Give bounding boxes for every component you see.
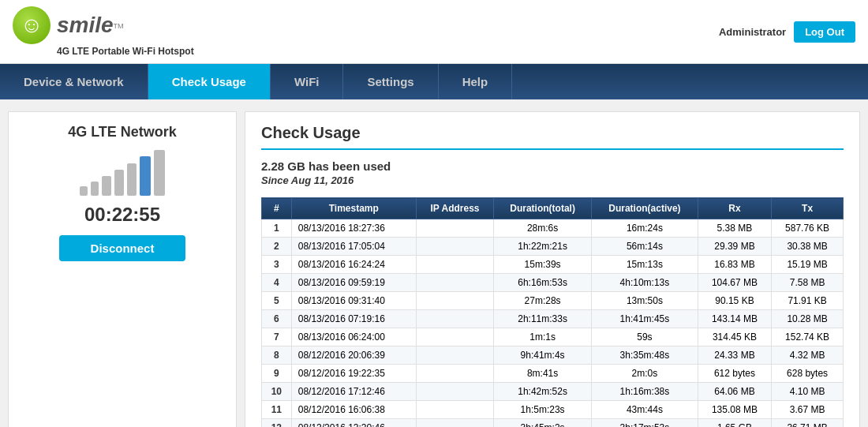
table-cell: 11 xyxy=(262,401,292,419)
table-cell: 36.71 MB xyxy=(772,419,844,428)
table-cell: 13m:50s xyxy=(592,292,698,310)
table-cell: 56m:14s xyxy=(592,238,698,256)
connection-timer: 00:22:55 xyxy=(84,204,160,226)
table-cell: 612 bytes xyxy=(698,365,771,383)
table-cell: 143.14 MB xyxy=(698,310,771,328)
table-cell: 3 xyxy=(262,256,292,274)
table-cell: 08/13/2016 18:27:36 xyxy=(291,219,416,238)
table-cell: 29.39 MB xyxy=(698,238,771,256)
col-tx: Tx xyxy=(772,198,844,219)
table-cell: 1h:16m:38s xyxy=(592,383,698,401)
usage-gb: 2.28 GB has been used xyxy=(261,159,844,173)
table-cell: 4h:10m:13s xyxy=(592,274,698,292)
table-cell: 27m:28s xyxy=(494,292,592,310)
table-cell xyxy=(416,365,493,383)
table-cell: 90.15 KB xyxy=(698,292,771,310)
table-cell: 4.32 MB xyxy=(772,346,844,365)
logo-icon xyxy=(13,6,51,44)
table-cell: 08/12/2016 19:22:35 xyxy=(291,365,416,383)
table-cell: 628 bytes xyxy=(772,365,844,383)
table-cell: 15.19 MB xyxy=(772,256,844,274)
table-cell: 8m:41s xyxy=(494,365,592,383)
table-cell: 08/13/2016 06:24:00 xyxy=(291,328,416,346)
table-row: 608/13/2016 07:19:162h:11m:33s1h:41m:45s… xyxy=(262,310,844,328)
logout-button[interactable]: Log Out xyxy=(794,21,855,43)
table-cell: 08/12/2016 20:06:39 xyxy=(291,346,416,365)
table-cell: 104.67 MB xyxy=(698,274,771,292)
bar-7 xyxy=(154,150,165,196)
col-ip: IP Address xyxy=(416,198,493,219)
usage-since: Since Aug 11, 2016 xyxy=(261,174,844,186)
admin-name: Administrator xyxy=(719,26,786,38)
table-cell: 9 xyxy=(262,365,292,383)
table-cell: 7.58 MB xyxy=(772,274,844,292)
table-cell: 135.08 MB xyxy=(698,401,771,419)
bar-1 xyxy=(80,186,88,196)
table-row: 208/13/2016 17:05:041h:22m:21s56m:14s29.… xyxy=(262,238,844,256)
table-cell: 08/13/2016 17:05:04 xyxy=(291,238,416,256)
table-cell xyxy=(416,292,493,310)
bar-5 xyxy=(127,163,137,196)
logo-tm: TM xyxy=(114,22,124,30)
table-cell: 1.65 GB xyxy=(698,419,771,428)
table-cell: 9h:41m:4s xyxy=(494,346,592,365)
table-cell: 15m:39s xyxy=(494,256,592,274)
table-cell: 4.10 MB xyxy=(772,383,844,401)
table-cell: 3h:35m:48s xyxy=(592,346,698,365)
table-cell xyxy=(416,328,493,346)
table-row: 908/12/2016 19:22:358m:41s2m:0s612 bytes… xyxy=(262,365,844,383)
table-cell: 16.83 MB xyxy=(698,256,771,274)
table-cell xyxy=(416,219,493,238)
table-cell: 43m:44s xyxy=(592,401,698,419)
col-rx: Rx xyxy=(698,198,771,219)
nav-check-usage[interactable]: Check Usage xyxy=(148,64,271,99)
table-cell: 08/12/2016 17:12:46 xyxy=(291,383,416,401)
table-cell: 3h:17m:53s xyxy=(592,419,698,428)
table-cell: 6h:16m:53s xyxy=(494,274,592,292)
col-num: # xyxy=(262,198,292,219)
table-cell: 64.06 MB xyxy=(698,383,771,401)
table-cell: 08/13/2016 09:59:19 xyxy=(291,274,416,292)
sidebar: 4G LTE Network 00:22:55 Disconnect xyxy=(8,111,237,427)
bar-4 xyxy=(114,170,124,196)
table-cell xyxy=(416,256,493,274)
table-cell xyxy=(416,419,493,428)
table-cell: 2h:11m:33s xyxy=(494,310,592,328)
table-cell: 28m:6s xyxy=(494,219,592,238)
table-cell: 1 xyxy=(262,219,292,238)
table-cell: 4 xyxy=(262,274,292,292)
table-cell: 1h:42m:52s xyxy=(494,383,592,401)
table-cell: 5.38 MB xyxy=(698,219,771,238)
table-cell: 10.28 MB xyxy=(772,310,844,328)
bar-3 xyxy=(102,176,111,196)
table-cell: 08/13/2016 07:19:16 xyxy=(291,310,416,328)
table-row: 1008/12/2016 17:12:461h:42m:52s1h:16m:38… xyxy=(262,383,844,401)
nav-wifi[interactable]: WiFi xyxy=(271,64,344,99)
table-cell: 7 xyxy=(262,328,292,346)
table-row: 808/12/2016 20:06:399h:41m:4s3h:35m:48s2… xyxy=(262,346,844,365)
table-cell: 1m:1s xyxy=(494,328,592,346)
nav-settings[interactable]: Settings xyxy=(343,64,438,99)
table-row: 708/13/2016 06:24:001m:1s59s314.45 KB152… xyxy=(262,328,844,346)
nav-device-network[interactable]: Device & Network xyxy=(0,64,148,99)
table-cell: 16m:24s xyxy=(592,219,698,238)
table-cell: 5 xyxy=(262,292,292,310)
table-cell xyxy=(416,401,493,419)
table-row: 1208/12/2016 12:20:463h:45m:2s3h:17m:53s… xyxy=(262,419,844,428)
bar-6 xyxy=(140,156,151,196)
table-cell: 30.38 MB xyxy=(772,238,844,256)
nav-help[interactable]: Help xyxy=(439,64,513,99)
table-cell xyxy=(416,346,493,365)
table-cell: 08/13/2016 09:31:40 xyxy=(291,292,416,310)
table-cell: 08/13/2016 16:24:24 xyxy=(291,256,416,274)
logo-text: smile xyxy=(57,13,114,37)
content-area: Check Usage 2.28 GB has been used Since … xyxy=(245,111,860,427)
table-cell xyxy=(416,274,493,292)
bar-2 xyxy=(91,182,99,196)
table-row: 308/13/2016 16:24:2415m:39s15m:13s16.83 … xyxy=(262,256,844,274)
page-title: Check Usage xyxy=(261,124,844,150)
table-cell: 08/12/2016 16:06:38 xyxy=(291,401,416,419)
table-cell: 8 xyxy=(262,346,292,365)
disconnect-button[interactable]: Disconnect xyxy=(59,235,185,261)
signal-bars xyxy=(80,148,165,196)
